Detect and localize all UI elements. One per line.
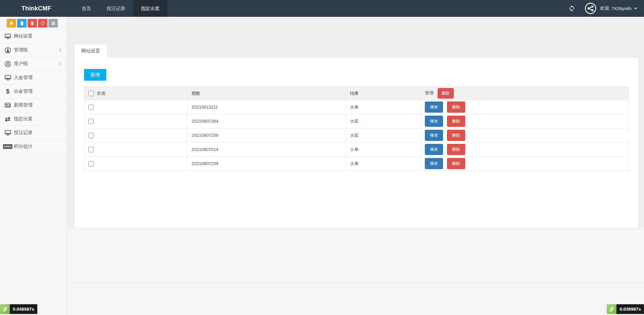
table-row: 20210813211 大单 修改 删除	[84, 100, 629, 114]
sidebar-item-label: 指定出奖	[14, 116, 33, 122]
thinkphp-logo-icon[interactable]	[607, 304, 616, 314]
period-cell: 20210807014	[188, 143, 346, 157]
sidebar-item-admin-group[interactable]: 管理组	[0, 43, 67, 57]
delete-button[interactable]: 删除	[447, 116, 465, 127]
select-all-checkbox[interactable]	[88, 91, 94, 96]
sidebar-item-news-mgmt[interactable]: 新闻管理	[0, 99, 67, 112]
select-all-header: 全选	[84, 87, 188, 100]
results-table: 全选 期数 结果 管理 删除 202	[84, 86, 629, 171]
delete-button[interactable]: 删除	[447, 102, 465, 113]
row-checkbox[interactable]	[88, 133, 94, 138]
sidebar-item-label: 用户组	[14, 61, 28, 67]
thinkphp-logo-icon[interactable]	[0, 304, 10, 314]
table-row: 20210807239 大单 修改 删除	[84, 157, 629, 171]
add-button[interactable]: 新增	[84, 69, 106, 81]
top-navbar: ThinkCMF 首页 投注记录 指定出奖 欢迎, TK08yn6h	[0, 0, 644, 17]
delete-button[interactable]: 删除	[447, 144, 465, 155]
result-cell: 大单	[346, 100, 421, 114]
dollar-icon: $	[4, 88, 11, 95]
edit-button[interactable]: 修改	[425, 144, 443, 155]
sidebar-item-assign-result[interactable]: ⇄ 指定出奖	[0, 112, 67, 126]
nav-item-home[interactable]: 首页	[74, 0, 99, 17]
exchange-icon: ⇄	[4, 116, 11, 122]
row-checkbox[interactable]	[88, 105, 94, 110]
edit-button[interactable]: 修改	[425, 116, 443, 127]
table-row: 20210807264 大双 修改 删除	[84, 114, 629, 128]
chevron-right-icon	[57, 62, 61, 66]
row-checkbox[interactable]	[88, 161, 94, 166]
delete-button[interactable]: 删除	[447, 158, 465, 169]
period-cell: 20210807264	[188, 114, 346, 128]
edit-button[interactable]: 修改	[425, 158, 443, 169]
execution-time-right: 0.036987s	[616, 304, 644, 314]
admin-circle-icon	[4, 47, 11, 53]
welcome-label: 欢迎,	[600, 5, 610, 11]
newspaper-icon	[4, 102, 11, 109]
period-cell: 20210807239	[188, 157, 346, 171]
sidebar-item-site-settings[interactable]: 网站设置	[0, 30, 67, 43]
sidebar-item-label: 新闻管理	[14, 102, 33, 108]
visa-icon: VISA	[4, 143, 11, 150]
sidebar-item-label: 网站设置	[14, 33, 33, 39]
period-cell: 20210813211	[188, 100, 346, 114]
sidebar-item-label: 入金管理	[14, 75, 33, 81]
recycle-icon[interactable]	[38, 19, 47, 28]
footer-divider	[67, 283, 644, 283]
period-header: 期数	[188, 87, 346, 100]
caret-down-icon[interactable]	[634, 8, 637, 9]
nav-menu: 首页 投注记录 指定出奖	[74, 0, 167, 17]
row-checkbox[interactable]	[88, 147, 94, 152]
table-row: 20210807259 大双 修改 删除	[84, 128, 629, 143]
bulk-delete-button[interactable]: 删除	[438, 88, 454, 99]
period-cell: 20210807259	[188, 128, 346, 143]
result-cell: 大双	[346, 128, 421, 143]
result-cell: 小单	[346, 143, 421, 157]
select-all-label: 全选	[97, 91, 106, 96]
tab-site-settings[interactable]: 网站设置	[74, 44, 108, 57]
sidebar-item-bet-records[interactable]: 投注记录	[0, 126, 67, 140]
row-checkbox[interactable]	[88, 119, 94, 124]
sidebar-menu: 网站设置 管理组 用户组 入金管理	[0, 29, 67, 154]
nav-item-assign-result[interactable]: 指定出奖	[133, 0, 167, 17]
delete-button[interactable]: 删除	[447, 130, 465, 141]
edit-button[interactable]: 修改	[425, 130, 443, 141]
list-icon[interactable]	[48, 19, 58, 28]
trace-badge-left: 0.048587s	[0, 304, 37, 314]
result-header: 结果	[346, 87, 421, 100]
sidebar-item-deposit-mgmt[interactable]: 入金管理	[0, 71, 67, 85]
trash-icon[interactable]	[28, 19, 37, 28]
brand-logo[interactable]: ThinkCMF	[22, 5, 65, 12]
result-cell: 大单	[346, 157, 421, 171]
sidebar-item-label: 管理组	[14, 47, 28, 53]
refresh-icon[interactable]	[568, 5, 575, 12]
sidebar-item-label: 出金管理	[14, 88, 33, 94]
file-icon[interactable]	[17, 19, 27, 28]
sidebar: 网站设置 管理组 用户组 入金管理	[0, 17, 67, 315]
content-panel: 新增 全选 期数 结果	[74, 57, 639, 229]
execution-time-left: 0.048587s	[10, 304, 37, 314]
sidebar-item-withdraw-mgmt[interactable]: $ 出金管理	[0, 85, 67, 99]
table-header-row: 全选 期数 结果 管理 删除	[84, 87, 629, 100]
edit-button[interactable]: 修改	[425, 102, 443, 113]
table-row: 20210807014 小单 修改 删除	[84, 143, 629, 157]
result-cell: 大双	[346, 114, 421, 128]
manage-header: 管理 删除	[421, 87, 629, 100]
desktop-icon	[4, 33, 11, 40]
sidebar-item-label: 投注记录	[14, 130, 33, 136]
chevron-right-icon	[57, 48, 61, 52]
desktop-icon	[4, 74, 11, 81]
username-dropdown[interactable]: TK08yn6h	[612, 6, 632, 11]
sidebar-item-label: 积分统计	[14, 144, 33, 150]
sidebar-item-user-group[interactable]: 用户组	[0, 57, 67, 71]
sidebar-item-points-stats[interactable]: VISA 积分统计	[0, 140, 67, 154]
nav-item-bet-records[interactable]: 投注记录	[99, 0, 133, 17]
content-lower-background	[67, 229, 644, 315]
user-network-avatar-icon[interactable]	[585, 2, 597, 14]
manage-header-label: 管理	[425, 90, 434, 95]
user-circle-icon	[4, 61, 11, 67]
home-icon[interactable]	[7, 19, 16, 28]
app-window: ThinkCMF 首页 投注记录 指定出奖 欢迎, TK08yn6h	[0, 0, 644, 315]
trace-badge-right: 0.036987s	[607, 304, 644, 314]
main-content: 网站设置 新增 全选 期数 结果	[67, 17, 644, 315]
sidebar-toolbar	[0, 17, 67, 29]
